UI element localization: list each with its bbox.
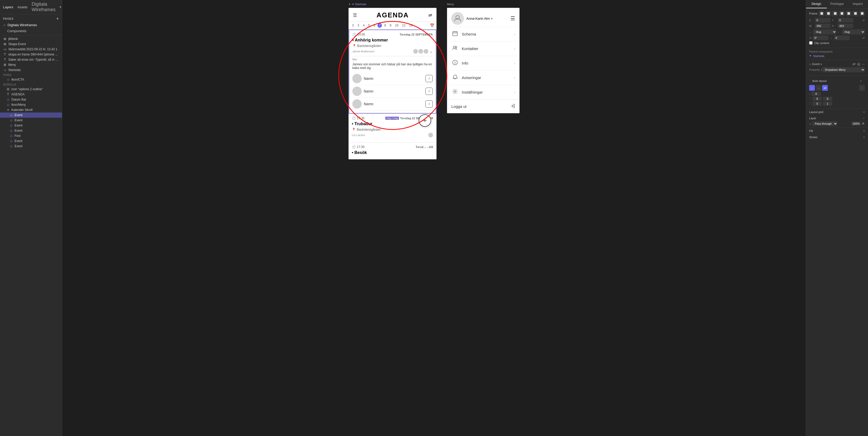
y-input[interactable] bbox=[838, 18, 853, 23]
info-button-2[interactable]: i bbox=[426, 88, 433, 95]
event-card-2[interactable]: 🕐 17:30 Hug × Hug Torsdag 22 SEPTEMBER •… bbox=[349, 114, 436, 142]
date-10[interactable]: 10 bbox=[394, 23, 400, 28]
swap-icon[interactable]: ⇄ bbox=[852, 62, 856, 66]
x-input[interactable] bbox=[815, 18, 830, 23]
layer-jlkfemk[interactable]: ⊞ jlkfemk bbox=[0, 36, 62, 41]
meny-info[interactable]: Info › bbox=[447, 56, 519, 70]
opacity-input[interactable] bbox=[851, 122, 861, 126]
layer-event-2[interactable]: ◇ Event bbox=[0, 118, 62, 123]
filter-icon[interactable]: ⇌ bbox=[428, 12, 432, 18]
tab-assets[interactable]: Assets bbox=[18, 5, 28, 9]
padding-left-input[interactable] bbox=[823, 102, 832, 106]
auto-layout-add-icon[interactable]: + bbox=[860, 79, 862, 83]
hug-w-dropdown[interactable]: HugFixedFill bbox=[813, 29, 836, 34]
layer-ikon-meny[interactable]: ◇ Ikon/Meny bbox=[0, 102, 62, 107]
fill-add-icon[interactable]: + bbox=[863, 129, 865, 132]
layout-grid-add-icon[interactable]: + bbox=[863, 111, 865, 114]
layer-event-5[interactable]: ◇ Event bbox=[0, 138, 62, 144]
event-card-3[interactable]: 🕐 17:30 Torsd... ...ER • Besök bbox=[349, 142, 436, 159]
date-4[interactable]: 4 bbox=[362, 23, 366, 28]
meny-user-row[interactable]: Anna-Karin Alm > bbox=[452, 12, 493, 25]
tab-design[interactable]: Design bbox=[806, 0, 827, 8]
page-components[interactable]: Components bbox=[0, 28, 62, 34]
tab-layers[interactable]: Layers bbox=[3, 5, 13, 9]
meny-schema[interactable]: Schema › bbox=[447, 27, 519, 41]
date-12[interactable]: 12 bbox=[401, 23, 407, 28]
page-digitala-wireframes[interactable]: ✓ Digitala Wireframes bbox=[0, 22, 62, 28]
layer-event-active[interactable]: ◇ Event bbox=[0, 113, 62, 118]
layer-event-6[interactable]: ◇ Event bbox=[0, 144, 62, 149]
resize-2-icon[interactable]: ⤢ bbox=[862, 36, 865, 40]
date-5[interactable]: 5 bbox=[367, 23, 371, 28]
layer-fest[interactable]: ◇ Fest bbox=[0, 133, 62, 138]
h-input[interactable] bbox=[838, 24, 853, 28]
layer-text1[interactable]: T skapa en frame 390×844 (Iphone 13 Pro)… bbox=[0, 52, 62, 57]
date-7-selected[interactable]: 7 bbox=[377, 23, 382, 28]
calendar-icon[interactable]: 📅 bbox=[430, 23, 434, 28]
resize-icon[interactable]: ⤢ bbox=[862, 19, 865, 22]
stroke-add-icon[interactable]: + bbox=[863, 135, 865, 139]
property1-dropdown[interactable]: Dropdown Meny bbox=[823, 67, 865, 72]
date-6[interactable]: 6 bbox=[372, 23, 377, 28]
expand-icon[interactable]: ⌄ bbox=[430, 49, 433, 53]
padding-right-input[interactable] bbox=[823, 97, 832, 101]
add-button[interactable]: + bbox=[419, 114, 431, 127]
gap-v-input[interactable] bbox=[811, 92, 821, 96]
meny-logout[interactable]: Logga ut bbox=[447, 99, 519, 113]
layer-icon-options[interactable]: ⊟ icon "options 2 outline" bbox=[0, 87, 62, 92]
tab-inspect[interactable]: Inspect bbox=[847, 0, 868, 8]
layer-startsida[interactable]: ◇ Startsida bbox=[0, 67, 62, 72]
al-down-icon[interactable]: ↓ bbox=[809, 85, 815, 91]
layer-skapa-event[interactable]: ⊞ Skapa Event bbox=[0, 41, 62, 46]
al-more-icon[interactable]: ··· bbox=[859, 85, 865, 91]
meny-hamburger-icon[interactable]: ☰ bbox=[510, 15, 515, 22]
add-page-button[interactable]: + bbox=[56, 16, 59, 21]
date-8[interactable]: 8 bbox=[383, 23, 388, 28]
layer-agenda-text[interactable]: T AGENDA bbox=[0, 92, 62, 97]
layer-text2[interactable]: T Saker att enas om -Typsnitt, så vi all… bbox=[0, 57, 62, 62]
dropdown-icon[interactable]: ▾ bbox=[60, 5, 61, 9]
date-13[interactable]: 13 bbox=[408, 23, 414, 28]
date-9[interactable]: 9 bbox=[389, 23, 393, 28]
tab-prototype[interactable]: Prototype bbox=[827, 0, 847, 8]
meny-installningar[interactable]: Inställningar › bbox=[447, 85, 519, 99]
padding-bottom-input[interactable] bbox=[812, 102, 822, 106]
blend-dropdown[interactable]: Pass through Normal Multiply bbox=[812, 121, 837, 126]
info-button-1[interactable]: i bbox=[426, 75, 433, 82]
hamburger-icon[interactable]: ☰ bbox=[353, 12, 357, 18]
event-card-1[interactable]: 🕐 14:00 Torsdag 22 SEPTEMBER • Anhörig k… bbox=[349, 30, 436, 114]
info-button-3[interactable]: i bbox=[426, 100, 433, 107]
layer-datum-bar[interactable]: ◇ Datum Bar bbox=[0, 97, 62, 102]
align-center-v-icon[interactable]: ⬜ bbox=[846, 11, 851, 16]
meny-aviseringar[interactable]: Aviseringar › bbox=[447, 70, 519, 85]
hug-h-dropdown[interactable]: HugFixedFill bbox=[842, 29, 865, 34]
layer-ikon-cta[interactable]: ◇ Ikon/CTA bbox=[0, 77, 62, 82]
layer-meny[interactable]: ⊞ Meny bbox=[0, 62, 62, 67]
align-center-h-icon[interactable]: ⬜ bbox=[826, 11, 831, 16]
clip-checkbox[interactable] bbox=[809, 41, 812, 44]
target-icon[interactable]: ◎ bbox=[857, 62, 860, 66]
w-input[interactable] bbox=[815, 24, 830, 28]
padding-top-input[interactable] bbox=[812, 97, 822, 101]
event-dropdown-icon[interactable]: ▾ bbox=[820, 63, 822, 66]
al-wrap-icon[interactable]: ⇄ bbox=[822, 85, 828, 91]
al-right-icon[interactable]: → bbox=[816, 85, 822, 91]
date-3[interactable]: 3 bbox=[356, 23, 361, 28]
meny-kontakter[interactable]: Kontakter › bbox=[447, 41, 519, 56]
layer-arrow-icon[interactable]: → bbox=[862, 117, 865, 120]
align-bottom-icon[interactable]: ⬜ bbox=[852, 11, 858, 16]
more-icon[interactable]: ··· bbox=[862, 62, 865, 66]
align-left-icon[interactable]: ⬜ bbox=[819, 11, 825, 16]
parent-component-name[interactable]: Startsida bbox=[813, 55, 824, 58]
layer-kalender[interactable]: ≡ Kalender Skroll bbox=[0, 107, 62, 113]
corner-input[interactable] bbox=[834, 35, 849, 40]
layer-event-3[interactable]: ◇ Event bbox=[0, 123, 62, 128]
align-top-icon[interactable]: ⬜ bbox=[839, 11, 845, 16]
rotation-input[interactable] bbox=[813, 35, 828, 40]
date-2[interactable]: 2 bbox=[351, 23, 355, 28]
align-right-icon[interactable]: ⬜ bbox=[832, 11, 838, 16]
layer-screenshot[interactable]: ▭ Skärmavbild 2022-09-22 kl. 13.43 1 bbox=[0, 46, 62, 52]
align-distribute-icon[interactable]: ⬜ bbox=[859, 11, 865, 16]
visibility-icon[interactable]: 👁 bbox=[862, 122, 865, 125]
layer-event-4[interactable]: ◇ Event bbox=[0, 128, 62, 133]
